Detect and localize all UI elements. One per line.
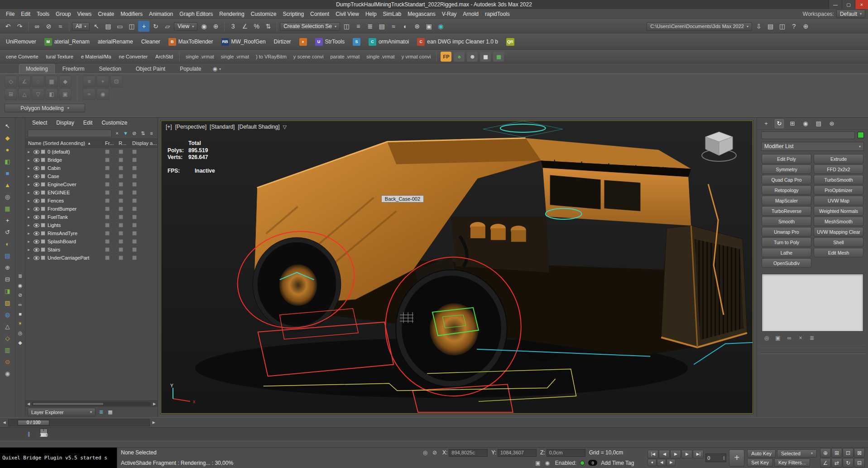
current-frame-field[interactable]: 0 ▴▾ bbox=[705, 454, 726, 462]
polygon-mode-icon[interactable]: ▦ bbox=[45, 76, 58, 87]
plugin-button[interactable]: S bbox=[349, 37, 364, 47]
renderable-toggle-icon[interactable] bbox=[119, 166, 123, 170]
viewport-menu-shading[interactable]: [Default Shading] bbox=[238, 124, 279, 130]
menu-item[interactable]: Rendering bbox=[216, 10, 247, 18]
camera-icon[interactable]: ◎ bbox=[16, 329, 24, 337]
orbit-icon[interactable]: ↻ bbox=[843, 458, 854, 468]
visibility-eye-icon[interactable] bbox=[34, 248, 39, 252]
utilities-tab-icon[interactable]: ⊛ bbox=[827, 119, 836, 128]
display-toggle-icon[interactable] bbox=[132, 198, 137, 203]
dump-truck-model[interactable] bbox=[195, 138, 747, 398]
frozen-toggle-icon[interactable] bbox=[105, 182, 110, 187]
reference-coordinate-select[interactable]: View▾ bbox=[174, 22, 197, 31]
layer-stack-icon[interactable]: ≣ bbox=[97, 408, 105, 416]
expand-icon[interactable]: ▸ bbox=[25, 190, 32, 195]
modifier-button[interactable]: MeshSmooth bbox=[814, 217, 863, 226]
curve-editor-icon[interactable]: ≈ bbox=[388, 21, 399, 32]
frozen-toggle-icon[interactable] bbox=[105, 174, 110, 179]
display-toggle-icon[interactable] bbox=[132, 207, 137, 211]
vrmat-item[interactable]: single .vrmat bbox=[363, 54, 398, 59]
renderable-toggle-icon[interactable] bbox=[119, 223, 123, 227]
set-keys-button[interactable]: + bbox=[729, 449, 744, 467]
border-mode-icon[interactable]: ◌ bbox=[32, 76, 44, 87]
next-frame-button[interactable]: ▶ bbox=[681, 450, 692, 458]
scroll-left-icon[interactable]: ◀ bbox=[25, 402, 32, 406]
workspace-select[interactable]: Default▾ bbox=[836, 10, 865, 18]
scene-object-row[interactable]: ▸ Lights bbox=[25, 221, 158, 229]
scene-object-row[interactable]: ▸ Bridge bbox=[25, 156, 158, 164]
swift-loop-icon[interactable]: ≡ bbox=[83, 76, 96, 87]
rendered-frame-icon[interactable]: ▣ bbox=[423, 21, 435, 32]
script-button[interactable]: ArchStd bbox=[152, 53, 177, 61]
ribbon-tab[interactable]: Object Paint bbox=[129, 64, 172, 73]
previous-frame-arrow[interactable]: ◀ bbox=[1, 420, 7, 425]
undo-history-icon[interactable]: ↺ bbox=[2, 227, 14, 237]
menu-item[interactable]: Content bbox=[307, 10, 332, 18]
expand-icon[interactable]: ▸ bbox=[25, 158, 32, 162]
asset-library-icon[interactable]: ▤ bbox=[765, 21, 776, 32]
create-tab-icon[interactable]: + bbox=[762, 119, 771, 128]
renderable-toggle-icon[interactable] bbox=[119, 198, 123, 203]
select-object-icon[interactable]: ↖ bbox=[91, 21, 102, 32]
plugin-button[interactable]: B MaxToBlender bbox=[165, 37, 217, 47]
visibility-eye-icon[interactable] bbox=[34, 158, 39, 162]
play-button[interactable]: ▶ bbox=[670, 450, 681, 458]
hatch-icon[interactable]: ▧ bbox=[2, 297, 14, 308]
menu-item[interactable]: Animation bbox=[146, 10, 176, 18]
display-toggle-icon[interactable] bbox=[132, 231, 137, 236]
sync-icon[interactable]: ⇅ bbox=[139, 130, 147, 137]
go-to-start-button[interactable]: |◀ bbox=[647, 450, 658, 458]
unlink-selection-icon[interactable]: ⊘ bbox=[43, 21, 54, 32]
mirror-icon[interactable]: ◫ bbox=[341, 21, 352, 32]
scene-object-row[interactable]: ▸ Fences bbox=[25, 197, 158, 205]
show-end-result-icon[interactable]: ▣ bbox=[774, 334, 782, 342]
explorer-menu-item[interactable]: Edit bbox=[79, 119, 97, 128]
display-toggle-icon[interactable] bbox=[132, 239, 137, 244]
frozen-toggle-icon[interactable] bbox=[105, 190, 110, 195]
select-cursor-icon[interactable]: ↖ bbox=[2, 121, 14, 131]
cone-icon[interactable]: ▲ bbox=[2, 179, 14, 190]
explorer-search-input[interactable] bbox=[28, 130, 112, 137]
visibility-eye-icon[interactable] bbox=[34, 256, 39, 260]
modifier-button[interactable]: Smooth bbox=[762, 217, 811, 226]
modifier-button[interactable]: Quad Cap Pro bbox=[762, 175, 811, 184]
scene-object-row[interactable]: ▸ 0 (default) bbox=[25, 148, 158, 156]
link-chain-icon[interactable]: ∞ bbox=[16, 300, 24, 309]
display-toggle-icon[interactable] bbox=[132, 166, 137, 170]
menu-item[interactable]: Modifiers bbox=[117, 10, 146, 18]
select-by-name-icon[interactable]: ▤ bbox=[102, 21, 114, 32]
vrmat-item[interactable]: parate .vrmat bbox=[327, 54, 363, 59]
menu-item[interactable]: Scripting bbox=[279, 10, 307, 18]
add-time-tag-button[interactable]: Add Time Tag bbox=[601, 460, 634, 466]
scroll-right-icon[interactable]: ▶ bbox=[151, 402, 158, 406]
menu-item[interactable]: Views bbox=[74, 10, 95, 18]
expand-icon[interactable]: ▸ bbox=[25, 256, 32, 260]
modifier-button[interactable]: FFD 2x2x2 bbox=[814, 164, 863, 174]
menu-item[interactable]: Customize bbox=[248, 10, 280, 18]
explorer-menu-item[interactable]: Display bbox=[52, 119, 78, 128]
visibility-eye-icon[interactable] bbox=[34, 223, 39, 227]
tools-icon[interactable]: ⊛ bbox=[467, 52, 478, 62]
frozen-toggle-icon[interactable] bbox=[105, 239, 110, 244]
scene-object-row[interactable]: ▸ ENGINEE bbox=[25, 188, 158, 197]
modifier-button[interactable]: Unwrap Pro bbox=[762, 227, 811, 236]
explorer-settings-icon[interactable]: ≡ bbox=[148, 130, 155, 137]
detach-icon[interactable]: ⊟ bbox=[2, 274, 14, 285]
renderable-toggle-icon[interactable] bbox=[119, 190, 123, 195]
circle-helper[interactable] bbox=[500, 124, 546, 132]
rows-icon[interactable]: ▥ bbox=[2, 344, 14, 355]
renderable-toggle-icon[interactable] bbox=[119, 158, 123, 162]
configure-modifier-sets-icon[interactable]: ≣ bbox=[808, 334, 816, 342]
attach-icon[interactable]: ⊕ bbox=[2, 262, 14, 273]
scrollbar-thumb[interactable] bbox=[33, 402, 104, 405]
remove-modifier-icon[interactable]: × bbox=[796, 334, 805, 342]
visibility-eye-icon[interactable] bbox=[34, 240, 39, 244]
menu-item[interactable]: rapidTools bbox=[482, 10, 513, 18]
help-icon[interactable]: ? bbox=[788, 21, 800, 32]
menu-item[interactable]: SimLab bbox=[380, 10, 405, 18]
pin-stack-icon[interactable]: ◎ bbox=[762, 334, 771, 342]
timeline-ruler[interactable]: ∥ 05101520253035404550556065707580859095… bbox=[0, 427, 868, 441]
fov-icon[interactable]: ∠ bbox=[820, 458, 831, 468]
snap-toggle-icon[interactable]: 3 bbox=[227, 21, 239, 32]
display-toggle-icon[interactable] bbox=[132, 158, 137, 162]
